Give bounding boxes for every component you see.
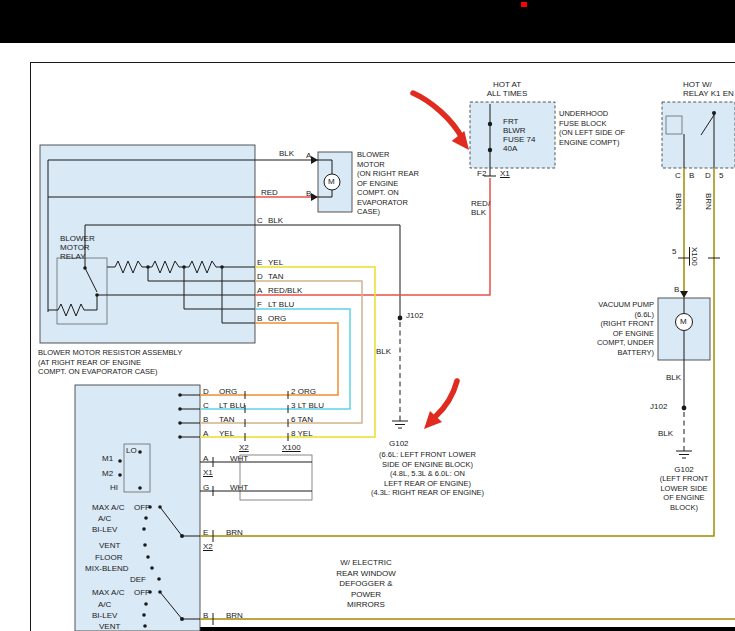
connector-x1-switch: X1 [203, 468, 213, 477]
wire-label-6-tan: 6 TAN [291, 415, 313, 424]
wire-label-blk: BLK [658, 429, 673, 438]
text-line: BLK [471, 208, 490, 217]
assembly-terminal-e: E [257, 258, 262, 267]
fuse-label: FRT BLWR FUSE 74 40A [503, 117, 535, 153]
text-line: REAR WINDOW [322, 569, 410, 580]
text-line: LOWER SIDE [654, 484, 714, 494]
connector-x100-right: X100 [690, 247, 699, 266]
wire-label-blk: BLK [666, 373, 681, 382]
text-line: RED/ [471, 199, 490, 208]
text-line: (4.3L: RIGHT REAR OF ENGINE) [340, 488, 515, 498]
assembly-terminal-c: C [257, 216, 263, 225]
motor-terminal-b: B [306, 189, 311, 198]
text-line: RELAY [60, 252, 95, 261]
mode1-vent: VENT [99, 541, 120, 550]
text-line: W/ ELECTRIC [322, 558, 410, 569]
k1-relay-box [662, 102, 735, 168]
pump-motor-m: M [680, 317, 687, 326]
text-line: ALL TIMES [479, 89, 535, 98]
mode2-off: OFF [134, 588, 150, 597]
text-line: BLWR [503, 126, 535, 135]
wire-label-lt-blu: LT BLU [219, 401, 245, 410]
splice-j102-center: J102 [406, 311, 423, 320]
text-line: SIDE OF ENGINE BLOCK) [340, 460, 515, 470]
wiring-diagram-screenshot: HOT AT ALL TIMES FRT BLWR FUSE 74 40A UN… [0, 0, 735, 631]
text-line: (ON RIGHT REAR [357, 169, 419, 179]
wire-label-blk: BLK [376, 347, 391, 356]
pump-terminal-b: B [674, 285, 679, 294]
wire-label-brn-right: BRN [704, 193, 713, 210]
switch-terminal-c: C [203, 401, 209, 410]
text-line: DEFOGGER & [322, 579, 410, 590]
k1-terminal-b: B [689, 171, 694, 180]
text-line: CASE) [357, 207, 419, 217]
text-line: BLOWER [357, 150, 419, 160]
blower-motor-relay-label: BLOWER MOTOR RELAY [60, 234, 95, 261]
mode2-ac: A/C [98, 600, 111, 609]
text-line: (AT RIGHT REAR OF ENGINE [38, 358, 182, 368]
text-line: (RIGHT FRONT [580, 319, 654, 329]
text-line: LEFT REAR OF ENGINE) [340, 479, 515, 489]
ground-g102-center: G102 [389, 439, 409, 448]
wire-label-brn: BRN [226, 528, 243, 537]
k1-terminal-c: C [675, 171, 681, 180]
wire-label-red-blk: RED/ BLK [471, 199, 490, 217]
text-line: OF ENGINE [654, 493, 714, 503]
switch-terminal-e: E [203, 528, 208, 537]
text-line: COMPT. ON [357, 188, 419, 198]
text-line: (LEFT FRONT [654, 474, 714, 484]
mode1-bi-lev: BI-LEV [92, 525, 117, 534]
brn-wires [200, 168, 735, 619]
fuse-terminal-f2: F2 [477, 169, 486, 178]
wire-label-tan: TAN [268, 272, 283, 281]
ground-symbol-g102-center [392, 417, 408, 428]
mode2-vent: VENT [99, 622, 120, 631]
text-line: (4.8L, 5.3L & 6.0L: ON [340, 469, 515, 479]
text-line: MOTOR [357, 160, 419, 170]
ground-symbol-g102-right [676, 447, 692, 458]
text-line: MOTOR [60, 243, 95, 252]
text-line: FUSE BLOCK [559, 119, 625, 129]
wire-label-blk: BLK [279, 149, 294, 158]
resistor-assembly-caption: BLOWER MOTOR RESISTOR ASSEMBLY (AT RIGHT… [38, 348, 182, 377]
speed-position-lo: LO [126, 446, 137, 455]
mode2-max-ac: MAX A/C [92, 588, 124, 597]
wire-label-org: ORG [268, 314, 286, 323]
switch-terminal-d: D [203, 387, 209, 396]
connector-ticks [213, 176, 720, 625]
wire-label-yel: YEL [268, 258, 283, 267]
text-line: COMPT. ON EVAPORATOR CASE) [38, 367, 182, 377]
wire-label-3-lt-blu: 3 LT BLU [291, 401, 324, 410]
hot-w-relay-label: HOT W/ RELAY K1 EN [683, 80, 734, 98]
connector-x100: X100 [282, 443, 301, 452]
hot-at-all-times-label: HOT AT ALL TIMES [479, 80, 535, 98]
blower-motor-note: BLOWER MOTOR (ON RIGHT REAR OF ENGINE CO… [357, 150, 419, 217]
assembly-terminal-a: A [257, 286, 262, 295]
text-line: UNDERHOOD [559, 109, 625, 119]
text-line: OF ENGINE [357, 179, 419, 189]
text-line: (6.6L: LEFT FRONT LOWER [340, 450, 515, 460]
wire-label-red: RED [261, 188, 278, 197]
text-line: BATTERY) [580, 348, 654, 358]
wire-label-yel: YEL [219, 429, 234, 438]
mode1-ac: A/C [98, 514, 111, 523]
ground-g102-center-note: (6.6L: LEFT FRONT LOWER SIDE OF ENGINE B… [340, 450, 515, 498]
text-line: ENGINE COMPT) [559, 138, 625, 148]
text-line: HOT AT [479, 80, 535, 89]
mode1-def: DEF [130, 575, 146, 584]
text-line: POWER [322, 590, 410, 601]
defogger-option-note: W/ ELECTRIC REAR WINDOW DEFOGGER & POWER… [322, 558, 410, 611]
switch-terminal-g: G [203, 483, 209, 492]
blower-motor-m: M [328, 177, 335, 186]
wire-label-blk: BLK [268, 216, 283, 225]
ground-name: G102 [654, 465, 714, 474]
wire-label-8-yel: 8 YEL [291, 429, 313, 438]
vacuum-pump-note: VACUUM PUMP (6.6L) (RIGHT FRONT OF ENGIN… [580, 300, 654, 357]
fuse-block-location-note: UNDERHOOD FUSE BLOCK (ON LEFT SIDE OF EN… [559, 109, 625, 147]
text-line: BLOCK) [654, 503, 714, 513]
assembly-terminal-d: D [257, 272, 263, 281]
text-line: BLOWER MOTOR RESISTOR ASSEMBLY [38, 348, 182, 358]
switch-terminal-a: A [203, 429, 208, 438]
motor-terminal-a: A [306, 151, 311, 160]
annotation-arrow-ground [424, 381, 457, 429]
